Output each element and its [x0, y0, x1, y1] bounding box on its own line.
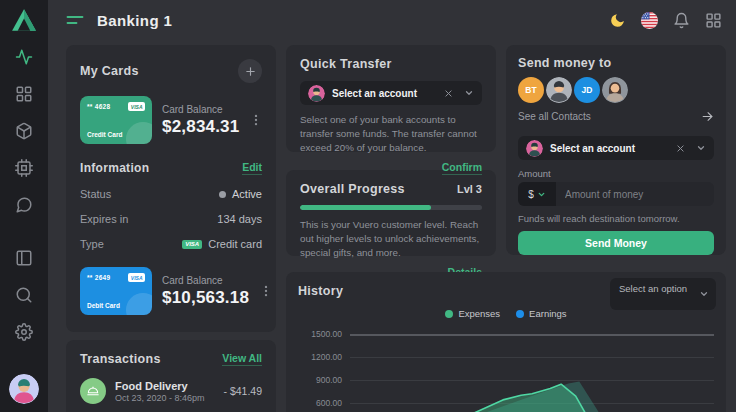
debit-card-row: ** 2649 VISA Debit Card Card Balance $10…: [80, 267, 262, 315]
expires-label: Expires in: [80, 213, 128, 225]
chat-icon[interactable]: [15, 196, 33, 214]
status-value: Active: [232, 188, 262, 200]
history-chart: 1500.001200.00900.00600.00: [298, 327, 714, 412]
dark-mode-moon-icon[interactable]: [609, 12, 626, 29]
confirm-link[interactable]: Confirm: [442, 161, 482, 175]
legend-dot: [516, 310, 524, 318]
account-select[interactable]: Select an account: [518, 136, 714, 160]
history-panel: History Select an option Expenses Earnin…: [286, 272, 726, 412]
legend-label: Earnings: [529, 308, 567, 319]
legend-item-earnings[interactable]: Earnings: [516, 308, 567, 319]
account-avatar: [526, 140, 543, 157]
card-number: ** 4628: [87, 103, 110, 110]
language-flag-icon[interactable]: [641, 12, 658, 29]
information-heading: Information: [80, 161, 149, 175]
cpu-icon[interactable]: [15, 159, 33, 177]
currency-symbol: $: [528, 189, 534, 200]
chevron-down-icon: [537, 190, 546, 199]
my-cards-panel: My Cards ** 4628 VISA Credit Card Card B…: [66, 45, 276, 332]
clear-x-icon[interactable]: [676, 144, 685, 153]
send-money-title: Send money to: [518, 56, 714, 70]
transaction-name: Food Delivery: [115, 380, 214, 392]
progress-fill: [300, 205, 431, 210]
column-transfer: Quick Transfer Select an account Select …: [286, 45, 496, 256]
user-avatar[interactable]: [9, 374, 39, 404]
header-actions: [609, 12, 722, 29]
apps-grid-icon[interactable]: [705, 12, 722, 29]
debit-card[interactable]: ** 2649 VISA Debit Card: [80, 267, 152, 315]
status-dot: [219, 191, 226, 198]
visa-badge: VISA: [128, 102, 145, 111]
chevron-down-icon: [699, 289, 709, 299]
account-avatar: [308, 85, 325, 102]
contact-avatar-photo[interactable]: [546, 77, 572, 103]
transaction-date: Oct 23, 2020 - 8:46pm: [115, 393, 214, 403]
content: My Cards ** 4628 VISA Credit Card Card B…: [48, 40, 736, 412]
currency-select[interactable]: $: [518, 182, 556, 206]
settings-gear-icon[interactable]: [15, 323, 33, 341]
search-icon[interactable]: [15, 286, 33, 304]
edit-link[interactable]: Edit: [242, 161, 262, 175]
quick-transfer-description: Select one of your bank accounts to tran…: [300, 113, 482, 156]
column-send: Send money to BT JD See all Contacts: [506, 45, 726, 256]
history-select-label: Select an option: [619, 283, 694, 295]
legend-label: Expenses: [458, 308, 500, 319]
legend-item-expenses[interactable]: Expenses: [445, 308, 500, 319]
contact-avatar-jd[interactable]: JD: [574, 77, 600, 103]
card-kind: Credit Card: [87, 131, 122, 138]
arrow-right-icon[interactable]: [701, 110, 714, 123]
activity-icon[interactable]: [15, 48, 33, 66]
card-balance-value: $10,563.18: [162, 288, 249, 308]
page-title: Banking 1: [97, 12, 172, 29]
chevron-down-icon[interactable]: [696, 143, 706, 153]
contact-avatar-bt[interactable]: BT: [518, 77, 544, 103]
amount-input[interactable]: [556, 182, 714, 206]
transactions-panel: Transactions View All Food Delivery Oct …: [66, 340, 276, 412]
card-balance-value: $2,834.31: [162, 117, 239, 137]
send-money-button[interactable]: Send Money: [518, 231, 714, 255]
contacts-row: BT JD: [518, 77, 714, 103]
visa-badge: VISA: [128, 273, 145, 282]
quick-transfer-panel: Quick Transfer Select an account Select …: [286, 45, 496, 152]
card-number: ** 2649: [87, 274, 110, 281]
transactions-title: Transactions: [80, 352, 161, 366]
credit-card[interactable]: ** 4628 VISA Credit Card: [80, 96, 152, 144]
dashboard-grid-icon[interactable]: [15, 85, 33, 103]
expires-value: 134 days: [217, 213, 262, 225]
sidebar: [0, 0, 48, 412]
account-select-label: Select an account: [332, 88, 437, 99]
my-cards-title: My Cards: [80, 64, 139, 78]
account-select-label: Select an account: [550, 143, 669, 154]
card-menu-dots-icon[interactable]: [259, 283, 273, 299]
view-all-link[interactable]: View All: [222, 352, 262, 366]
history-option-select[interactable]: Select an option: [610, 278, 716, 310]
transaction-amount: - $41.49: [223, 385, 262, 397]
legend-dot: [445, 310, 453, 318]
card-balance-block: Card Balance $2,834.31: [162, 104, 239, 137]
transaction-row[interactable]: Food Delivery Oct 23, 2020 - 8:46pm - $4…: [80, 378, 262, 404]
contact-avatar-photo[interactable]: [602, 77, 628, 103]
app-logo-icon[interactable]: [11, 8, 37, 32]
card-balance-label: Card Balance: [162, 275, 249, 286]
card-balance-block: Card Balance $10,563.18: [162, 275, 249, 308]
progress-description: This is your Vuero customer level. Reach…: [300, 218, 482, 261]
menu-toggle-icon[interactable]: [66, 13, 84, 27]
see-all-contacts-link[interactable]: See all Contacts: [518, 111, 591, 122]
box-icon[interactable]: [15, 122, 33, 140]
credit-card-row: ** 4628 VISA Credit Card Card Balance $2…: [80, 96, 262, 144]
level-badge: Lvl 3: [457, 183, 482, 195]
right-area: Quick Transfer Select an account Select …: [286, 45, 726, 412]
quick-transfer-title: Quick Transfer: [300, 57, 482, 71]
add-card-button[interactable]: [238, 59, 262, 83]
progress-bar: [300, 205, 482, 210]
card-menu-dots-icon[interactable]: [249, 112, 263, 128]
food-delivery-icon: [80, 378, 106, 404]
status-label: Status: [80, 188, 111, 200]
header: Banking 1: [48, 0, 736, 40]
clear-x-icon[interactable]: [444, 89, 453, 98]
chevron-down-icon[interactable]: [464, 88, 474, 98]
notifications-bell-icon[interactable]: [673, 12, 690, 29]
panels-icon[interactable]: [15, 249, 33, 267]
account-select[interactable]: Select an account: [300, 81, 482, 105]
card-balance-label: Card Balance: [162, 104, 239, 115]
